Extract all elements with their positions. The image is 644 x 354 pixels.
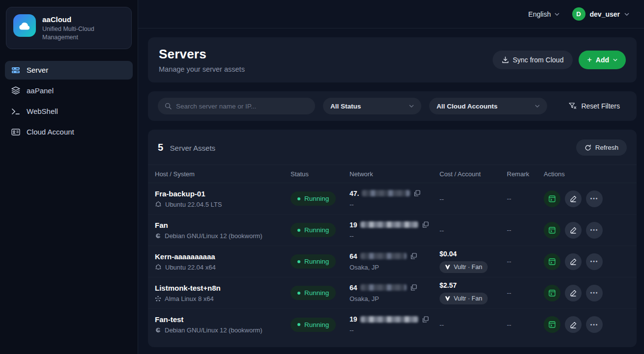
more-actions-button[interactable]: ••• xyxy=(586,191,603,207)
cost-value: -- xyxy=(439,321,444,328)
add-label: Add xyxy=(596,56,609,64)
content: Servers Manage your server assets Sync f… xyxy=(138,28,644,354)
status-filter-select[interactable]: All Status xyxy=(323,98,421,114)
status-label: Running xyxy=(304,226,329,234)
vultr-icon xyxy=(445,296,450,301)
open-terminal-button[interactable] xyxy=(544,222,560,239)
sidebar-item-cloud-account[interactable]: Cloud Account xyxy=(5,123,133,141)
cloud-logo-icon xyxy=(13,14,36,37)
open-terminal-button[interactable] xyxy=(544,285,560,301)
actions-cell: ••• xyxy=(544,191,630,207)
copy-icon[interactable] xyxy=(410,253,417,259)
sidebar-item-label: Cloud Account xyxy=(27,128,74,136)
chevron-down-icon xyxy=(624,13,629,16)
more-actions-button[interactable]: ••• xyxy=(586,316,603,333)
open-terminal-button[interactable] xyxy=(544,253,560,270)
status-label: Running xyxy=(304,195,329,202)
status-label: Running xyxy=(304,258,329,265)
cloud-account-filter-select[interactable]: All Cloud Accounts xyxy=(429,98,547,114)
column-header: Host / System xyxy=(155,170,291,178)
chevron-down-icon xyxy=(535,105,540,108)
network-cell: 64 Osaka, JP xyxy=(350,252,439,271)
os-name: Debian GNU/Linux 12 (bookworm) xyxy=(165,327,263,334)
status-dot-icon xyxy=(297,197,300,200)
chevron-down-icon xyxy=(409,105,414,108)
language-selector[interactable]: English xyxy=(528,10,559,18)
host-name: Fan xyxy=(155,221,291,229)
copy-icon[interactable] xyxy=(410,284,417,291)
search-box[interactable] xyxy=(158,98,315,114)
ip-prefix: 64 xyxy=(350,252,357,260)
reset-filters-label: Reset Filters xyxy=(581,102,620,110)
edit-button[interactable] xyxy=(565,222,582,239)
remark-cell: -- xyxy=(507,226,544,234)
masked-ip xyxy=(360,253,407,259)
ip-prefix: 64 xyxy=(350,284,357,292)
cost-value: -- xyxy=(439,195,444,203)
more-actions-button[interactable]: ••• xyxy=(586,222,603,239)
cloud-account-badge: Vultr · Fan xyxy=(439,293,488,304)
terminal-window-icon xyxy=(548,258,556,266)
column-header: Cost / Account xyxy=(439,170,507,178)
sidebar-item-aapanel[interactable]: aaPanel xyxy=(5,82,133,100)
cost-cell: $0.04 Vultr · Fan xyxy=(439,250,507,273)
ellipsis-icon: ••• xyxy=(590,227,599,233)
filter-bar: All Status All Cloud Accounts Reset Filt… xyxy=(148,91,637,121)
page-title: Servers xyxy=(159,47,245,62)
cost-cell: $2.57 Vultr · Fan xyxy=(439,281,507,304)
actions-cell: ••• xyxy=(544,316,630,333)
layers-icon xyxy=(11,86,20,95)
cost-value: $2.57 xyxy=(439,281,507,289)
brand-name: aaCloud xyxy=(42,15,104,24)
open-terminal-button[interactable] xyxy=(544,191,560,207)
sidebar-item-server[interactable]: Server xyxy=(5,61,133,80)
pencil-icon xyxy=(570,289,577,297)
status-dot-icon xyxy=(297,323,300,326)
reset-filters-button[interactable]: Reset Filters xyxy=(569,102,627,110)
assets-count-label: Server Assets xyxy=(170,144,216,152)
vultr-icon xyxy=(445,265,450,270)
host-cell: Fra-backup-01 Ubuntu 22.04.5 LTS xyxy=(155,190,291,208)
copy-icon[interactable] xyxy=(414,190,420,196)
edit-button[interactable] xyxy=(565,253,582,270)
os-name: Alma Linux 8 x64 xyxy=(165,295,214,302)
network-cell: 19 -- xyxy=(350,221,439,240)
copy-icon[interactable] xyxy=(422,221,429,228)
column-header: Status xyxy=(291,170,350,178)
status-badge: Running xyxy=(291,191,336,206)
sync-label: Sync from Cloud xyxy=(513,56,563,64)
ip-prefix: 19 xyxy=(350,221,357,229)
status-dot-icon xyxy=(297,292,300,295)
remark-cell: -- xyxy=(507,321,544,328)
topbar: English D dev_user xyxy=(138,0,644,28)
host-name: Kern-aaaaaaaaaa xyxy=(155,252,291,261)
cost-value: -- xyxy=(439,227,444,234)
sync-from-cloud-button[interactable]: Sync from Cloud xyxy=(493,51,573,69)
more-actions-button[interactable]: ••• xyxy=(586,253,603,270)
main-area: English D dev_user Servers Manage your s… xyxy=(138,0,644,354)
server-location: Osaka, JP xyxy=(350,264,439,271)
user-menu[interactable]: D dev_user xyxy=(572,7,629,21)
ip-prefix: 47. xyxy=(350,190,359,197)
edit-button[interactable] xyxy=(565,316,582,333)
host-name: Fra-backup-01 xyxy=(155,190,291,198)
edit-button[interactable] xyxy=(565,191,582,207)
sidebar-item-webshell[interactable]: WebShell xyxy=(5,102,133,121)
masked-ip xyxy=(360,316,418,323)
status-cell: Running xyxy=(291,191,350,206)
page-header-card: Servers Manage your server assets Sync f… xyxy=(148,37,637,82)
sidebar-item-label: WebShell xyxy=(27,107,58,115)
edit-button[interactable] xyxy=(565,285,582,301)
page-subtitle: Manage your server assets xyxy=(159,65,245,73)
more-actions-button[interactable]: ••• xyxy=(586,285,603,301)
brand-tagline: Unified Multi-Cloud Management xyxy=(42,25,104,42)
sidebar-menu: Server aaPanel WebShell Cloud Account xyxy=(0,59,138,143)
add-button[interactable]: + Add xyxy=(579,51,626,69)
copy-icon[interactable] xyxy=(422,316,429,323)
search-input[interactable] xyxy=(176,103,308,110)
table-row: Fra-backup-01 Ubuntu 22.04.5 LTS Running… xyxy=(148,183,637,215)
open-terminal-button[interactable] xyxy=(544,316,560,333)
terminal-window-icon xyxy=(548,226,556,234)
sidebar: aaCloud Unified Multi-Cloud Management S… xyxy=(0,0,138,354)
refresh-button[interactable]: Refresh xyxy=(576,139,627,156)
